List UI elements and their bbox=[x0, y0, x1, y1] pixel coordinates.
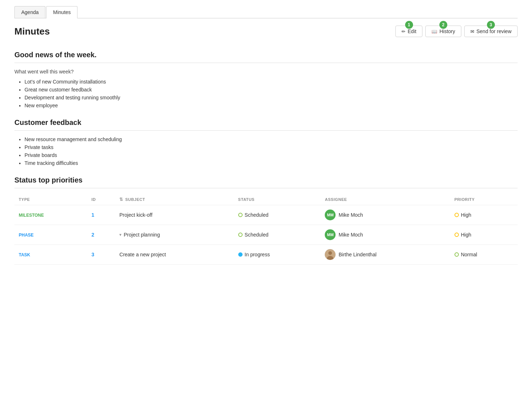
row2-priority: High bbox=[450, 225, 518, 245]
row3-priority-dot bbox=[455, 252, 459, 257]
row1-status: Scheduled bbox=[234, 205, 321, 225]
customer-feedback-heading: Customer feedback bbox=[14, 118, 518, 127]
row1-priority-text: High bbox=[461, 212, 471, 218]
send-review-label: Send for review bbox=[476, 28, 511, 34]
row1-subject-text: Project kick-off bbox=[119, 212, 152, 218]
col-priority: PRIORITY bbox=[450, 194, 518, 205]
col-assignee: ASSIGNEE bbox=[320, 194, 450, 205]
row3-status: In progress bbox=[234, 245, 321, 265]
table-row: TASK 3 Create a new project In progress bbox=[14, 245, 518, 265]
row2-subject: ▾ Project planning bbox=[115, 225, 234, 245]
status-table: TYPE ID SUBJECT STATUS ASSIGNEE PRIORITY… bbox=[14, 194, 518, 265]
history-step-badge: 2 bbox=[439, 21, 447, 29]
row1-assignee: MM Mike Moch bbox=[320, 205, 450, 225]
row3-type: TASK bbox=[14, 245, 87, 265]
edit-label: Edit bbox=[408, 28, 416, 34]
svg-point-1 bbox=[328, 251, 332, 255]
row2-avatar: MM bbox=[325, 229, 336, 240]
row3-subject: Create a new project bbox=[115, 245, 234, 265]
history-button[interactable]: 2 History bbox=[425, 26, 461, 37]
list-item: Private tasks bbox=[25, 144, 518, 150]
send-review-icon bbox=[470, 28, 474, 34]
history-icon bbox=[431, 28, 437, 34]
row2-status-text: Scheduled bbox=[245, 232, 269, 238]
row3-priority: Normal bbox=[450, 245, 518, 265]
row2-priority-dot bbox=[455, 233, 459, 237]
tab-minutes[interactable]: Minutes bbox=[46, 6, 77, 18]
row1-avatar: MM bbox=[325, 210, 336, 220]
list-item: Private boards bbox=[25, 152, 518, 158]
row1-type: MILESTONE bbox=[14, 205, 87, 225]
row3-avatar bbox=[325, 249, 336, 260]
row1-status-text: Scheduled bbox=[245, 212, 269, 218]
header-row: Minutes 1 Edit 2 History 3 Send for revi… bbox=[14, 18, 518, 41]
table-row: PHASE 2 ▾ Project planning bbox=[14, 225, 518, 245]
chevron-down-icon: ▾ bbox=[119, 232, 121, 237]
history-label: History bbox=[439, 28, 455, 34]
row2-priority-text: High bbox=[461, 232, 471, 238]
send-review-step-badge: 3 bbox=[487, 21, 495, 29]
list-item: Lot's of new Community installations bbox=[25, 79, 518, 85]
col-type: TYPE bbox=[14, 194, 87, 205]
table-header-row: TYPE ID SUBJECT STATUS ASSIGNEE PRIORITY bbox=[14, 194, 518, 205]
edit-icon bbox=[402, 28, 405, 34]
col-id: ID bbox=[87, 194, 115, 205]
row1-assignee-name: Mike Moch bbox=[338, 212, 363, 218]
good-news-heading: Good news of the week. bbox=[14, 51, 518, 59]
status-divider bbox=[14, 188, 518, 188]
row2-status-dot bbox=[238, 233, 243, 237]
action-buttons: 1 Edit 2 History 3 Send for review bbox=[395, 26, 518, 37]
list-item: New employee bbox=[25, 103, 518, 108]
row3-priority-text: Normal bbox=[461, 252, 477, 257]
row3-assignee-name: Birthe Lindenthal bbox=[338, 252, 376, 257]
col-subject-label: SUBJECT bbox=[125, 197, 145, 202]
row1-status-dot bbox=[238, 213, 243, 217]
row1-subject: Project kick-off bbox=[115, 205, 234, 225]
col-subject[interactable]: SUBJECT bbox=[115, 194, 234, 205]
customer-feedback-list: New resource management and scheduling P… bbox=[14, 136, 518, 166]
send-review-button[interactable]: 3 Send for review bbox=[464, 26, 518, 37]
list-item: Development and testing running smoothly bbox=[25, 95, 518, 100]
row1-id[interactable]: 1 bbox=[87, 205, 115, 225]
row2-subject-text: Project planning bbox=[124, 232, 160, 238]
row3-assignee: Birthe Lindenthal bbox=[320, 245, 450, 265]
tab-agenda[interactable]: Agenda bbox=[14, 6, 45, 18]
row3-status-text: In progress bbox=[245, 252, 270, 257]
row2-assignee: MM Mike Moch bbox=[320, 225, 450, 245]
page-title: Minutes bbox=[14, 26, 50, 37]
edit-button[interactable]: 1 Edit bbox=[395, 26, 422, 37]
list-item: New resource management and scheduling bbox=[25, 136, 518, 142]
customer-feedback-divider bbox=[14, 130, 518, 131]
sort-icon bbox=[119, 197, 124, 202]
good-news-list: Lot's of new Community installations Gre… bbox=[14, 79, 518, 108]
col-status: STATUS bbox=[234, 194, 321, 205]
good-news-subtext: What went well this week? bbox=[14, 69, 518, 75]
list-item: Great new customer feedback bbox=[25, 87, 518, 93]
list-item: Time tracking difficulties bbox=[25, 160, 518, 166]
edit-step-badge: 1 bbox=[405, 21, 413, 29]
row2-type: PHASE bbox=[14, 225, 87, 245]
status-table-section: Status top priorities TYPE ID SUBJECT ST… bbox=[14, 176, 518, 265]
good-news-divider bbox=[14, 63, 518, 63]
row2-status: Scheduled bbox=[234, 225, 321, 245]
row3-id[interactable]: 3 bbox=[87, 245, 115, 265]
row2-assignee-name: Mike Moch bbox=[338, 232, 363, 238]
row3-subject-text: Create a new project bbox=[119, 252, 166, 257]
tabs-bar: Agenda Minutes bbox=[14, 0, 518, 18]
row1-priority-dot bbox=[455, 213, 459, 217]
row3-status-dot bbox=[238, 252, 243, 257]
status-heading: Status top priorities bbox=[14, 176, 518, 184]
table-row: MILESTONE 1 Project kick-off Scheduled bbox=[14, 205, 518, 225]
row2-id[interactable]: 2 bbox=[87, 225, 115, 245]
row1-priority: High bbox=[450, 205, 518, 225]
